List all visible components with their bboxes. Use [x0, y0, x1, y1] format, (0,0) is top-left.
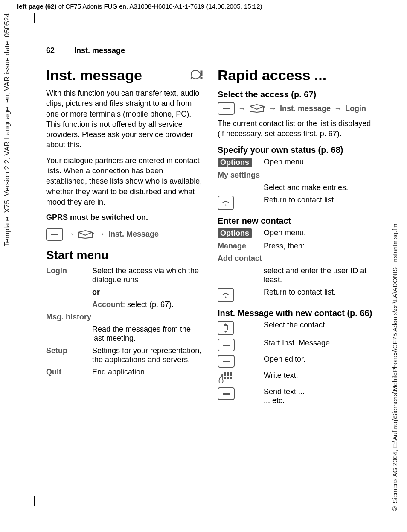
svg-point-3 [225, 297, 227, 298]
options-desc: Open menu. [264, 228, 375, 237]
crop-mark-top-right [368, 13, 378, 23]
softkey-icon [218, 102, 235, 115]
nav-label-2: Login [345, 104, 366, 113]
desc-login: Select the access via which the dialogue… [92, 266, 203, 284]
status-steps: Options Open menu. My settings Select an… [218, 158, 375, 210]
mysettings-desc: Select and make entries. [264, 183, 375, 192]
step-open-editor: Open editor. [264, 355, 375, 364]
select-access-desc: The current contact list or the list is … [218, 118, 375, 139]
softkey-icon [46, 228, 63, 241]
h2-start-menu: Start menu [46, 248, 203, 262]
desc-account: Account: select (p. 67). [92, 300, 203, 309]
step-start-im: Start Inst. Message. [264, 339, 375, 348]
svg-rect-0 [201, 71, 202, 76]
svg-rect-7 [224, 372, 226, 374]
header-rest: of CF75 Adonis FUG en, A31008-H6010-A1-1… [57, 3, 262, 10]
step-send-text: Send text ... ... etc. [264, 387, 375, 405]
crop-mark-top-left [34, 13, 44, 23]
h1-rapid-access: Rapid access ... [218, 67, 375, 84]
term-setup: Setup [46, 346, 89, 355]
h3-specify-status: Specify your own status (p. 68) [218, 145, 375, 155]
term-quit: Quit [46, 368, 89, 377]
end-key-icon [218, 288, 234, 302]
svg-rect-15 [230, 377, 232, 379]
add-contact-desc: select and enter the user ID at least. [264, 266, 375, 284]
desc-quit: End application. [92, 368, 203, 377]
step-write-text: Write text. [264, 371, 375, 380]
desc-msg-history: Read the messages from the last meeting. [92, 325, 203, 343]
step-select-contact: Select the contact. [264, 321, 375, 330]
or-label: or [92, 288, 203, 297]
softkey-icon [218, 355, 235, 368]
start-menu-list: Login Select the access via which the di… [46, 266, 203, 377]
svg-rect-12 [230, 374, 232, 376]
arrow-icon: → [269, 104, 276, 113]
manage-term: Manage [218, 242, 260, 251]
template-sideline: Template: X75, Version 2.2; VAR Language… [1, 13, 14, 295]
svg-rect-10 [224, 374, 226, 376]
account-bold: Account [92, 300, 123, 309]
gprs-note: GPRS must be switched on. [46, 212, 203, 222]
crop-mark-bottom-left [34, 496, 44, 506]
keypad-hand-icon [218, 371, 233, 384]
envelope-icon [249, 104, 265, 113]
svg-rect-1 [201, 77, 202, 79]
arrow-icon: → [67, 230, 74, 239]
page-title: Inst. message [74, 46, 125, 55]
mysettings-term: My settings [218, 171, 375, 180]
nav-scroll-icon [218, 321, 234, 335]
svg-marker-6 [224, 331, 227, 333]
svg-rect-5 [224, 326, 227, 330]
svg-rect-14 [227, 377, 229, 379]
end-key-icon [218, 196, 234, 210]
production-header: left page (62) of CF75 Adonis FUG en, A3… [17, 3, 262, 10]
h1-text: Inst. message [46, 67, 142, 84]
term-msg-history: Msg. history [46, 313, 203, 322]
options-button-label: Options [218, 158, 252, 167]
new-contact-steps: Select the contact. Start Inst. Message.… [218, 321, 375, 405]
intro-paragraph-1: With this function you can transfer text… [46, 88, 203, 150]
arrow-icon: → [97, 230, 105, 239]
h1-text: Rapid access ... [218, 67, 326, 84]
account-rest: : select (p. 67). [123, 300, 174, 309]
svg-rect-9 [230, 372, 232, 374]
options-button-label: Options [218, 228, 252, 238]
left-column: Inst. message With this function you can… [46, 67, 203, 405]
nav-label: Inst. Message [108, 230, 159, 239]
instant-message-icon [190, 70, 203, 81]
page-number: 62 [46, 46, 55, 55]
softkey-icon [218, 387, 235, 400]
send-text-line2: ... etc. [264, 396, 375, 405]
options-desc: Open menu. [264, 158, 375, 167]
svg-rect-11 [227, 374, 229, 376]
copyright-sideline: © Siemens AG 2004, E:\Auftrag\Siemens\Mo… [389, 111, 400, 512]
header-bold: left page (62) [17, 3, 57, 10]
h3-enter-contact: Enter new contact [218, 216, 375, 226]
term-login: Login [46, 266, 89, 275]
softkey-icon [218, 339, 235, 351]
running-head: 62 Inst. message [46, 46, 375, 58]
enter-contact-steps: Options Open menu. Manage Press, then: A… [218, 228, 375, 302]
right-column: Rapid access ... Select the access (p. 6… [218, 67, 375, 405]
h3-select-access: Select the access (p. 67) [218, 90, 375, 99]
manage-desc: Press, then: [264, 242, 375, 251]
arrow-icon: → [238, 104, 246, 113]
desc-setup: Settings for your representation, the ap… [92, 346, 203, 364]
svg-point-2 [225, 204, 227, 205]
h3-new-contact-msg: Inst. Message with new contact (p. 66) [218, 308, 375, 318]
nav-path-inst-message: → → Inst. Message [46, 228, 203, 241]
svg-marker-4 [224, 323, 227, 325]
svg-rect-13 [224, 377, 226, 379]
return-desc: Return to contact list. [264, 288, 375, 297]
h1-inst-message: Inst. message [46, 67, 203, 84]
page-body: 62 Inst. message Inst. message With this… [46, 46, 375, 405]
return-desc: Return to contact list. [264, 196, 375, 205]
svg-rect-8 [227, 372, 229, 374]
send-text-line1: Send text ... [264, 387, 375, 396]
add-contact-term: Add contact [218, 254, 375, 263]
envelope-icon [78, 230, 94, 239]
nav-label-1: Inst. message [280, 104, 331, 113]
nav-path-login: → → Inst. message → Login [218, 102, 375, 115]
arrow-icon: → [334, 104, 342, 113]
intro-paragraph-2: Your dialogue partners are entered in co… [46, 155, 203, 207]
